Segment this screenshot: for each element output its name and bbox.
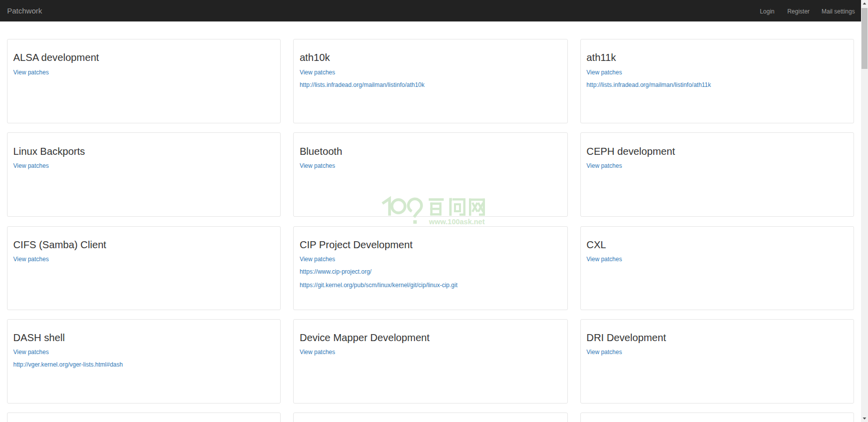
svg-text:www.100ask.net: www.100ask.net — [429, 218, 485, 226]
